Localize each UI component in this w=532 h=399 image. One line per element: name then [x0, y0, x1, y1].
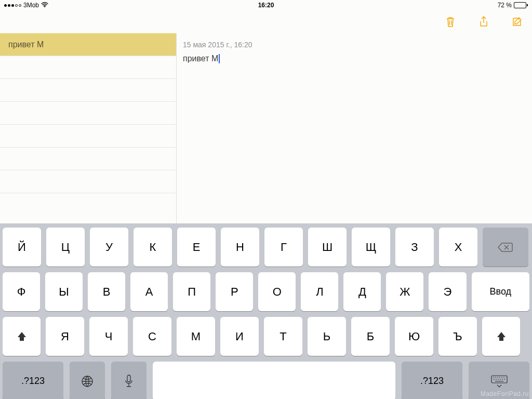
shift-key[interactable] [482, 317, 520, 356]
svg-point-1 [82, 376, 92, 387]
key-Б[interactable]: Б [351, 317, 390, 356]
shift-key[interactable] [3, 317, 41, 356]
clock: 16:20 [258, 2, 274, 9]
empty-row [0, 125, 176, 148]
key-С[interactable]: С [133, 317, 171, 356]
key-Р[interactable]: Р [216, 272, 253, 311]
globe-key[interactable] [70, 362, 105, 399]
battery-text: 72 % [498, 2, 512, 9]
key-Ц[interactable]: Ц [46, 228, 85, 267]
svg-point-0 [44, 6, 45, 7]
empty-row [0, 56, 176, 79]
key-О[interactable]: О [258, 272, 296, 311]
key-П[interactable]: П [173, 272, 210, 311]
key-Ф[interactable]: Ф [3, 272, 40, 311]
note-body-text: привет М [183, 54, 218, 63]
key-Н[interactable]: Н [221, 228, 259, 267]
key-Ъ[interactable]: Ъ [438, 317, 477, 356]
hide-keyboard-key[interactable] [469, 362, 529, 399]
key-З[interactable]: З [395, 228, 434, 267]
key-А[interactable]: А [130, 272, 168, 311]
empty-row [0, 170, 176, 193]
backspace-key[interactable] [483, 228, 528, 267]
key-Г[interactable]: Г [264, 228, 303, 267]
key-Ж[interactable]: Ж [386, 272, 423, 311]
key-Е[interactable]: Е [177, 228, 216, 267]
key-Ь[interactable]: Ь [308, 317, 346, 356]
key-К[interactable]: К [134, 228, 172, 267]
key-Й[interactable]: Й [3, 228, 41, 267]
carrier-label: 3Mob [23, 2, 39, 9]
note-editor[interactable]: 15 мая 2015 г., 16:20 привет М [177, 33, 532, 223]
text-cursor [219, 54, 220, 63]
key-Я[interactable]: Я [46, 317, 84, 356]
key-Т[interactable]: Т [264, 317, 302, 356]
share-icon[interactable] [478, 16, 489, 28]
signal-icon [4, 4, 21, 7]
key-Щ[interactable]: Щ [352, 228, 390, 267]
dictation-key[interactable] [111, 362, 147, 399]
key-Ю[interactable]: Ю [395, 317, 433, 356]
onscreen-keyboard: ЙЦУКЕНГШЩЗХ ФЫВАПРОЛДЖЭВвод ЯЧСМИТЬБЮЪ .… [0, 223, 532, 399]
note-body[interactable]: привет М [183, 54, 526, 63]
key-Л[interactable]: Л [301, 272, 338, 311]
note-date: 15 мая 2015 г., 16:20 [183, 41, 526, 49]
space-key[interactable] [153, 362, 395, 399]
key-Х[interactable]: Х [439, 228, 477, 267]
svg-rect-3 [491, 376, 507, 383]
numbers-key-right[interactable]: .?123 [402, 362, 462, 399]
empty-row [0, 102, 176, 125]
key-Ш[interactable]: Ш [308, 228, 347, 267]
key-Э[interactable]: Э [429, 272, 466, 311]
compose-icon[interactable] [511, 16, 523, 28]
battery-icon [514, 2, 528, 8]
wifi-icon [41, 2, 48, 9]
key-Ы[interactable]: Ы [45, 272, 83, 311]
key-Ч[interactable]: Ч [89, 317, 128, 356]
note-list-title: привет М [8, 40, 44, 49]
key-И[interactable]: И [220, 317, 259, 356]
note-list-item[interactable]: привет М [0, 33, 176, 56]
empty-row [0, 148, 176, 170]
key-М[interactable]: М [177, 317, 215, 356]
numbers-key[interactable]: .?123 [3, 362, 63, 399]
trash-icon[interactable] [445, 16, 456, 28]
key-Д[interactable]: Д [343, 272, 381, 311]
empty-row [0, 79, 176, 102]
key-В[interactable]: В [88, 272, 125, 311]
toolbar [0, 10, 532, 33]
status-bar: 3Mob 16:20 72 % [0, 0, 532, 10]
notes-sidebar: привет М [0, 33, 177, 223]
svg-rect-2 [127, 375, 130, 382]
key-У[interactable]: У [90, 228, 128, 267]
enter-key[interactable]: Ввод [472, 272, 529, 311]
